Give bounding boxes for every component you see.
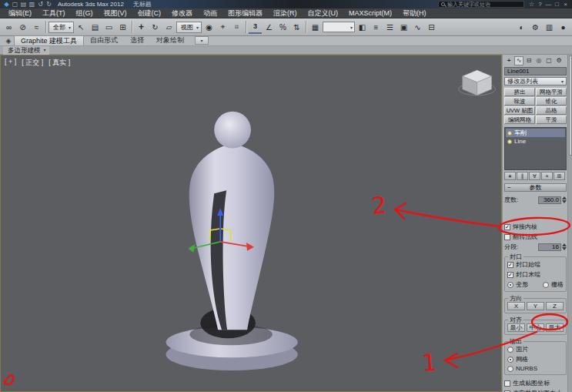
modifier-button-uvw-map[interactable]: UVW 贴图 (504, 106, 535, 115)
material-editor-icon[interactable] (515, 21, 528, 34)
object-name-field[interactable]: Line001 (504, 67, 567, 75)
viewport-pov-label[interactable]: [ 正交 ] (22, 58, 43, 68)
menu-tools[interactable]: 工具(T) (37, 8, 71, 18)
hierarchy-tab-icon[interactable] (524, 56, 534, 65)
segments-spinner[interactable] (562, 243, 567, 250)
undo-icon[interactable] (36, 1, 45, 8)
align-center-button[interactable]: 中心 (527, 323, 544, 332)
select-rotate-icon[interactable] (149, 21, 162, 34)
stack-item-lathe[interactable]: 车削 (506, 129, 565, 137)
rectangular-selection-icon[interactable] (102, 21, 115, 34)
open-file-icon[interactable] (19, 1, 28, 8)
keyboard-shortcut-icon[interactable] (230, 21, 243, 34)
configure-sets-icon[interactable] (554, 172, 565, 180)
select-move-icon[interactable] (135, 21, 148, 34)
weld-core-checkbox[interactable] (504, 224, 510, 230)
menu-customize[interactable]: 自定义(U) (303, 8, 344, 18)
menu-modifiers[interactable]: 修改器 (166, 8, 198, 18)
spinner-snap-icon[interactable] (290, 21, 303, 34)
degrees-input[interactable]: 360.0 (538, 196, 561, 204)
direction-z-button[interactable]: Z (546, 302, 564, 310)
ribbon-panel-polygon-modeling[interactable]: 多边形建模 ▾ (3, 46, 49, 55)
ribbon-tab-object-paint[interactable]: 对象绘制 (150, 35, 190, 45)
create-tab-icon[interactable] (504, 56, 513, 65)
menu-graph-editors[interactable]: 图形编辑器 (222, 8, 268, 18)
menu-group[interactable]: 组(G) (71, 8, 99, 18)
reference-coordinate-dropdown[interactable]: 视图 ▾ (176, 22, 202, 33)
stack-item-line[interactable]: Line (506, 137, 565, 146)
ribbon-tab-selection[interactable]: 选择 (124, 35, 150, 45)
named-selection-icon[interactable] (309, 21, 322, 34)
graphite-toggle-icon[interactable] (397, 21, 410, 34)
modifier-button-noise[interactable]: 噪波 (504, 97, 535, 106)
maximize-icon[interactable] (553, 1, 561, 8)
visibility-bulb-icon[interactable] (507, 139, 512, 144)
ribbon-tab-graphite[interactable]: Graphite 建模工具 (14, 35, 84, 45)
menu-rendering[interactable]: 渲染(R) (268, 8, 303, 18)
degrees-spinner[interactable] (562, 196, 567, 203)
align-icon[interactable] (370, 21, 383, 34)
angle-snap-icon[interactable] (263, 21, 276, 34)
schematic-view-icon[interactable] (425, 21, 438, 34)
modifier-button-smooth[interactable]: 平滑 (536, 116, 567, 124)
menu-views[interactable]: 视图(V) (99, 8, 132, 18)
align-min-button[interactable]: 最小 (507, 323, 525, 332)
modifier-button-edit-mesh[interactable]: 编辑网格 (504, 116, 535, 124)
modifier-button-extrude[interactable]: 挤出 (504, 88, 535, 96)
use-pivot-center-icon[interactable] (202, 21, 216, 34)
motion-tab-icon[interactable] (534, 56, 544, 65)
redo-icon[interactable] (45, 1, 53, 8)
menu-create[interactable]: 创建(C) (132, 8, 167, 18)
panel-scrollbar-thumb[interactable] (569, 55, 572, 156)
menu-help[interactable]: 帮助(H) (397, 8, 432, 18)
select-manipulate-icon[interactable] (216, 21, 229, 34)
show-end-result-icon[interactable] (517, 172, 528, 180)
named-selection-sets-dropdown[interactable]: ▾ (323, 22, 355, 32)
output-patch-radio[interactable] (507, 347, 513, 353)
display-tab-icon[interactable] (544, 56, 554, 65)
percent-snap-icon[interactable] (276, 21, 289, 34)
render-production-icon[interactable] (557, 21, 570, 34)
modifier-list-dropdown[interactable]: 修改器列表 ▾ (504, 77, 567, 85)
modifier-button-taper[interactable]: 锥化 (536, 97, 567, 106)
modifier-button-lattice[interactable]: 晶格 (536, 106, 567, 115)
select-by-name-icon[interactable] (89, 21, 102, 34)
flip-normals-checkbox[interactable] (504, 234, 510, 240)
grid-radio[interactable] (543, 282, 549, 288)
viewport-shading-label[interactable]: [ 真实 ] (49, 58, 70, 68)
unlink-selection-icon[interactable] (16, 21, 29, 34)
window-crossing-icon[interactable] (116, 21, 129, 34)
parameters-rollout-header[interactable]: 参数 (504, 183, 567, 192)
select-and-link-icon[interactable] (2, 21, 15, 34)
lathe-model[interactable] (166, 112, 298, 370)
viewport-orthographic[interactable]: [ + ] [ 正交 ] [ 真实 ] (0, 55, 502, 392)
panel-scrollbar[interactable] (567, 55, 572, 392)
search-box[interactable]: 输入关键字或短语 (438, 1, 524, 8)
mirror-icon[interactable] (356, 21, 369, 34)
selection-filter-dropdown[interactable]: 全部 ▾ (49, 22, 74, 33)
make-unique-icon[interactable] (529, 172, 540, 180)
direction-x-button[interactable]: X (507, 302, 525, 310)
rendered-frame-icon[interactable] (543, 21, 556, 34)
select-object-icon[interactable] (75, 21, 88, 34)
segments-input[interactable]: 16 (538, 243, 561, 251)
morph-radio[interactable] (507, 282, 513, 288)
graphite-menu-icon[interactable] (3, 36, 14, 45)
favorites-icon[interactable] (527, 1, 536, 8)
viewcube[interactable] (459, 70, 496, 95)
direction-y-button[interactable]: Y (527, 302, 544, 310)
align-max-button[interactable]: 最大 (546, 323, 564, 332)
ribbon-minimize-dropdown[interactable]: ▾ (195, 36, 209, 45)
modifier-button-meshsmooth[interactable]: 网格平滑 (536, 88, 567, 96)
select-scale-icon[interactable] (162, 21, 176, 34)
ribbon-tab-freeform[interactable]: 自由形式 (84, 35, 124, 45)
layer-manager-icon[interactable] (383, 21, 396, 34)
output-mesh-radio[interactable] (507, 357, 513, 363)
menu-maxscript[interactable]: MAXScript(M) (343, 8, 397, 18)
app-logo-icon[interactable] (2, 1, 11, 8)
close-icon[interactable] (561, 1, 570, 8)
save-file-icon[interactable] (28, 1, 36, 8)
visibility-bulb-icon[interactable] (507, 131, 512, 136)
gen-map-checkbox[interactable] (504, 380, 510, 387)
cap-end-checkbox[interactable] (507, 272, 513, 278)
